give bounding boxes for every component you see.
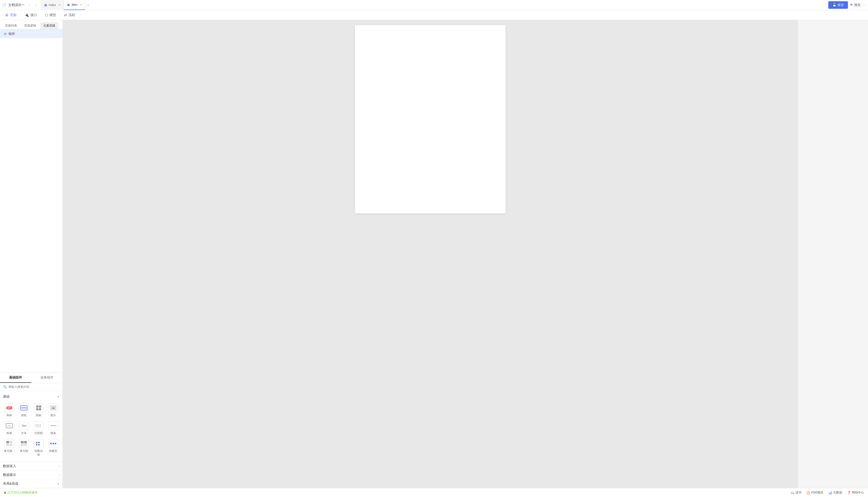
bottom-status: 已于15:11:06保存成功 (4, 491, 38, 495)
tag-label: 标签 (6, 431, 12, 435)
code-preview-icon: 📋 (807, 491, 810, 495)
layer-item-component[interactable]: ⊞ 组件 (0, 30, 62, 38)
doc-title: 文档演示一 (8, 3, 25, 7)
tab-item[interactable]: ▣ item ✕ (64, 0, 85, 10)
component-panel: 基础组件 业务组件 🔍 基础 ▼ 99+ (0, 372, 62, 488)
section-layout-container-title: 布局&容器 (3, 481, 18, 486)
model-nav-icon: ⬡ (45, 13, 48, 17)
section-data-entry-arrow: › (59, 465, 59, 468)
component-item-tag[interactable]: TAG 标签 (3, 420, 16, 436)
bottom-action-read[interactable]: 📖 读书 (790, 491, 801, 495)
sidebar-tab-page-list[interactable]: 页面列表 (2, 22, 20, 29)
divider-label: 分割线 (34, 431, 43, 435)
component-item-button[interactable]: BTN 按钮 (17, 402, 30, 418)
section-basic: 基础 ▼ 99+ 角标 BTN (0, 391, 62, 462)
tab-item-label: item (72, 3, 78, 6)
section-data-entry[interactable]: 数据录入 › (0, 462, 62, 470)
nav-item-flow-label: 流程 (69, 13, 75, 17)
preview-button[interactable]: 👁 预览 (850, 3, 861, 7)
tabs-overflow[interactable]: » (85, 3, 91, 7)
layer-item-label: 组件 (9, 32, 15, 36)
item-tab-icon: ▣ (67, 3, 70, 6)
doc-icon: 📄 (2, 3, 6, 7)
component-tabs: 基础组件 业务组件 (0, 373, 62, 383)
component-item-image[interactable]: 🏔 图片 (47, 402, 59, 418)
status-text: 已于15:11:06保存成功 (8, 491, 38, 495)
component-item-badge[interactable]: 99+ 角标 (3, 402, 16, 418)
index-tab-icon: ▣ (44, 3, 47, 7)
component-layer-icon: ⊞ (4, 32, 6, 36)
tag-icon: TAG (4, 421, 14, 430)
text-label: 文本 (21, 431, 27, 435)
tab-index[interactable]: ▣ index ✕ (41, 0, 64, 10)
nav-forward-button[interactable]: → (33, 2, 39, 8)
tab-item-close[interactable]: ✕ (80, 3, 82, 6)
nav-item-model[interactable]: ⬡ 模型 (44, 13, 57, 17)
save-label: 保存 (837, 3, 844, 7)
bottom-action-help[interactable]: ❓ 帮助中心 (847, 491, 864, 495)
line-label: 线条 (51, 431, 56, 435)
left-sidebar: 页面列表 页面逻辑 元素层级 ⊞ 组件 基础组件 业务组件 🔍 基础 (0, 20, 63, 488)
component-search: 🔍 (0, 383, 62, 391)
image-label: 图片 (51, 413, 56, 417)
read-icon: 📖 (790, 491, 794, 495)
loading-anim-icon (34, 439, 44, 448)
component-item-icon[interactable]: 图标 (32, 402, 45, 418)
component-grid-basic: 99+ 角标 BTN 按钮 (3, 400, 59, 459)
button-icon: BTN (19, 403, 29, 412)
sidebar-content: ⊞ 组件 (0, 30, 62, 372)
nav-back-button[interactable]: ← (27, 2, 32, 8)
nav-item-model-label: 模型 (50, 13, 56, 17)
read-label: 读书 (795, 491, 801, 495)
component-item-cell-single[interactable]: 单元格... (3, 438, 16, 458)
component-item-line[interactable]: 线条 (47, 420, 59, 436)
nav-item-interface[interactable]: 🔌 接口 (24, 13, 38, 17)
bottom-bar: 已于15:11:06保存成功 📖 读书 📋 代码预览 📊 元数据 ❓ 帮助中心 (0, 488, 868, 497)
badge-icon: 99+ (4, 403, 14, 412)
nav-arrows: ← → (27, 2, 39, 8)
nav-item-page[interactable]: 🖥 页面 (4, 13, 17, 17)
sidebar-tab-page-logic[interactable]: 页面逻辑 (21, 22, 39, 29)
line-icon (48, 421, 58, 430)
component-tab-business[interactable]: 业务组件 (31, 373, 63, 383)
bottom-action-code-preview[interactable]: 📋 代码预览 (807, 491, 823, 495)
tabs-container: ▣ index ✕ ▣ item ✕ » (41, 0, 826, 10)
component-item-cell[interactable]: 单元格 (17, 438, 30, 458)
page-nav-icon: 🖥 (5, 13, 9, 17)
save-button[interactable]: 💾 保存 (828, 1, 848, 9)
component-item-loading-anim[interactable]: 加载动画 (32, 438, 45, 458)
section-data-entry-title: 数据录入 (3, 464, 16, 468)
section-basic-arrow: ▼ (57, 395, 59, 398)
tab-index-close[interactable]: ✕ (58, 3, 60, 6)
icon-label: 图标 (36, 413, 41, 417)
badge-label: 角标 (6, 413, 12, 417)
divider-icon (34, 421, 44, 430)
section-basic-header[interactable]: 基础 ▼ (3, 393, 59, 400)
component-item-loading-page[interactable]: 加载页 (47, 438, 59, 458)
image-icon: 🏔 (48, 403, 58, 412)
bottom-action-meta-data[interactable]: 📊 元数据 (828, 491, 842, 495)
section-layout-container[interactable]: 布局&容器 ▼ (0, 479, 62, 488)
nav-bar: 🖥 页面 🔌 接口 ⬡ 模型 ⇄ 流程 (0, 10, 868, 20)
flow-nav-icon: ⇄ (64, 13, 67, 17)
text-icon: Text (19, 421, 29, 430)
sidebar-tab-element-layer[interactable]: 元素层级 (40, 22, 58, 29)
meta-data-label: 元数据 (833, 491, 842, 495)
sidebar-tabs: 页面列表 页面逻辑 元素层级 (0, 20, 62, 30)
component-tab-basic[interactable]: 基础组件 (0, 373, 31, 383)
help-label: 帮助中心 (852, 491, 864, 495)
component-item-divider[interactable]: 分割线 (32, 420, 45, 436)
cell-single-icon (4, 439, 14, 448)
section-data-display[interactable]: 数据展示 › (0, 470, 62, 479)
component-item-text[interactable]: Text 文本 (17, 420, 30, 436)
nav-item-flow[interactable]: ⇄ 流程 (63, 13, 76, 17)
meta-data-icon: 📊 (828, 491, 832, 495)
interface-nav-icon: 🔌 (25, 13, 29, 17)
section-data-display-arrow: › (59, 474, 59, 477)
section-data-display-title: 数据展示 (3, 473, 16, 477)
status-dot (4, 492, 6, 494)
search-input[interactable] (8, 385, 59, 388)
cell-label: 单元格 (20, 449, 28, 453)
more-button[interactable]: ··· (863, 3, 866, 7)
canvas-area[interactable] (63, 20, 798, 488)
